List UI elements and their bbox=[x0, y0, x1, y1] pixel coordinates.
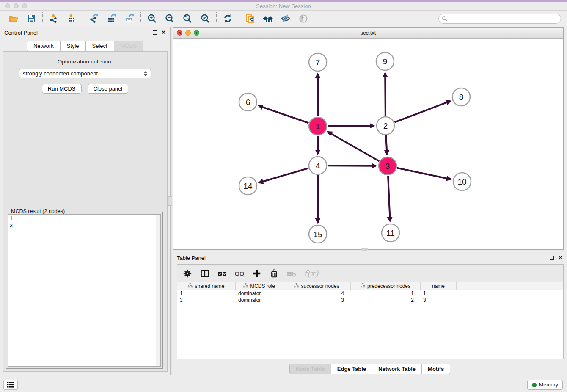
table-panel: Table Panel ✕ bbox=[173, 252, 567, 375]
edge-2-8[interactable] bbox=[395, 101, 451, 122]
cell-successor-nodes[interactable]: 4 bbox=[283, 290, 351, 297]
run-mcds-button[interactable]: Run MCDS bbox=[42, 84, 82, 94]
show-hidden-icon[interactable] bbox=[298, 13, 309, 24]
node-11[interactable]: 11 bbox=[382, 224, 399, 242]
edge-2-3[interactable] bbox=[386, 135, 387, 155]
select-all-icon[interactable] bbox=[217, 268, 227, 279]
tab-node-table[interactable]: Node Table bbox=[289, 364, 331, 374]
optimization-criterion-label: Optimization criterion: bbox=[3, 58, 167, 65]
tab-edge-table[interactable]: Edge Table bbox=[331, 364, 372, 374]
tab-mcds[interactable]: MCDS bbox=[114, 41, 143, 51]
tab-select[interactable]: Select bbox=[86, 41, 114, 51]
node-8[interactable]: 8 bbox=[452, 88, 470, 106]
cell-mcds-role[interactable]: dominator bbox=[236, 297, 283, 304]
node-7[interactable]: 7 bbox=[309, 53, 327, 71]
task-history-button[interactable] bbox=[3, 380, 18, 390]
edge-1-2[interactable] bbox=[328, 126, 374, 126]
svg-text:2: 2 bbox=[383, 121, 388, 130]
result-scrollbar[interactable] bbox=[156, 215, 160, 366]
table-panel-close-icon[interactable]: ✕ bbox=[558, 256, 563, 260]
control-panel-float-icon[interactable] bbox=[153, 30, 157, 35]
edge-2-9[interactable] bbox=[385, 73, 385, 116]
tab-network-table[interactable]: Network Table bbox=[372, 364, 422, 374]
cell-name[interactable]: 1 bbox=[421, 290, 457, 297]
criterion-select[interactable]: strongly connected component bbox=[19, 69, 151, 78]
control-panel-close-icon[interactable]: ✕ bbox=[161, 30, 166, 35]
memory-label: Memory bbox=[539, 382, 558, 388]
export-network-icon[interactable] bbox=[88, 13, 99, 24]
horizontal-splitter-handle[interactable] bbox=[361, 248, 368, 251]
duplicate-network-icon[interactable] bbox=[245, 13, 256, 24]
criterion-value: strongly connected component bbox=[23, 70, 98, 77]
add-column-icon[interactable] bbox=[252, 268, 262, 279]
edge-4-3[interactable] bbox=[328, 166, 376, 166]
column-header-mcds-role[interactable]: MCDS role bbox=[236, 282, 283, 290]
vertical-splitter[interactable] bbox=[170, 27, 172, 375]
status-bar: Memory bbox=[0, 377, 567, 392]
close-panel-button[interactable]: Close panel bbox=[88, 84, 129, 94]
node-14[interactable]: 14 bbox=[239, 177, 257, 195]
table-row[interactable]: 1dominator411 bbox=[177, 290, 563, 297]
show-column-panel-icon[interactable] bbox=[200, 268, 210, 279]
zoom-out-icon[interactable] bbox=[164, 13, 175, 24]
network-window-titlebar[interactable]: ✕ − + scc.txt bbox=[173, 28, 563, 39]
network-window-title: scc.txt bbox=[173, 30, 563, 36]
edge-3-11[interactable] bbox=[388, 176, 390, 221]
node-1[interactable]: 1 bbox=[309, 117, 327, 135]
zoom-fit-icon[interactable] bbox=[182, 13, 193, 24]
edge-3-10[interactable] bbox=[397, 168, 451, 179]
edge-3-1[interactable] bbox=[328, 132, 379, 161]
save-icon[interactable] bbox=[26, 13, 37, 24]
table-row[interactable]: 3dominator323 bbox=[177, 297, 563, 304]
column-label: MCDS role bbox=[250, 283, 275, 289]
edge-4-14[interactable] bbox=[259, 168, 308, 182]
memory-button[interactable]: Memory bbox=[527, 380, 563, 390]
export-table-icon[interactable] bbox=[106, 13, 117, 24]
cell-shared-name[interactable]: 3 bbox=[177, 297, 236, 304]
node-6[interactable]: 6 bbox=[239, 93, 257, 111]
edge-1-6[interactable] bbox=[259, 106, 309, 123]
export-image-icon[interactable] bbox=[124, 13, 135, 24]
open-folder-icon[interactable] bbox=[8, 13, 19, 24]
cell-name[interactable]: 3 bbox=[421, 297, 457, 304]
session-title: Session: New Session bbox=[0, 3, 567, 9]
node-3[interactable]: 3 bbox=[379, 157, 396, 175]
mcds-panel: Optimization criterion: strongly connect… bbox=[3, 51, 168, 372]
tab-motifs[interactable]: Motifs bbox=[422, 364, 450, 374]
refresh-icon[interactable] bbox=[222, 13, 233, 24]
cell-predecessor-nodes[interactable]: 1 bbox=[351, 290, 421, 297]
mcds-result-text[interactable]: 1 3 bbox=[8, 214, 161, 367]
cell-successor-nodes[interactable]: 3 bbox=[283, 297, 351, 304]
tab-style[interactable]: Style bbox=[61, 41, 86, 51]
search-input[interactable] bbox=[438, 14, 561, 24]
hide-selected-icon[interactable] bbox=[280, 13, 291, 24]
delete-table-icon bbox=[286, 268, 297, 279]
table-settings-gear-icon[interactable] bbox=[182, 268, 193, 279]
table-toolbar: f(x) bbox=[177, 265, 563, 282]
column-header-successor-nodes[interactable]: successor nodes bbox=[283, 282, 351, 290]
tab-network[interactable]: Network bbox=[27, 41, 61, 51]
table-panel-float-icon[interactable] bbox=[550, 256, 554, 260]
zoom-selected-icon[interactable] bbox=[200, 13, 211, 24]
flow-icon bbox=[243, 283, 248, 289]
import-table-icon[interactable] bbox=[66, 13, 77, 24]
vertical-splitter-handle[interactable] bbox=[168, 196, 172, 206]
node-9[interactable]: 9 bbox=[376, 52, 394, 70]
column-header-shared-name[interactable]: shared name bbox=[177, 282, 236, 290]
cell-mcds-role[interactable]: dominator bbox=[236, 290, 283, 297]
zoom-in-icon[interactable] bbox=[146, 13, 157, 24]
column-header-name[interactable]: name bbox=[421, 282, 457, 290]
node-4[interactable]: 4 bbox=[309, 157, 327, 174]
node-2[interactable]: 2 bbox=[377, 117, 394, 135]
import-network-icon[interactable] bbox=[48, 13, 59, 24]
cell-shared-name[interactable]: 1 bbox=[177, 290, 236, 297]
flow-icon bbox=[361, 283, 365, 289]
deselect-all-icon[interactable] bbox=[234, 268, 245, 279]
node-15[interactable]: 15 bbox=[309, 225, 327, 243]
node-10[interactable]: 10 bbox=[453, 173, 471, 190]
column-header-predecessor-nodes[interactable]: predecessor nodes bbox=[351, 282, 421, 290]
cell-predecessor-nodes[interactable]: 2 bbox=[351, 297, 421, 304]
home-icon[interactable] bbox=[262, 13, 273, 24]
network-graph-canvas[interactable]: 1234678910111415 bbox=[173, 39, 563, 249]
delete-column-trash-icon[interactable] bbox=[269, 268, 279, 279]
